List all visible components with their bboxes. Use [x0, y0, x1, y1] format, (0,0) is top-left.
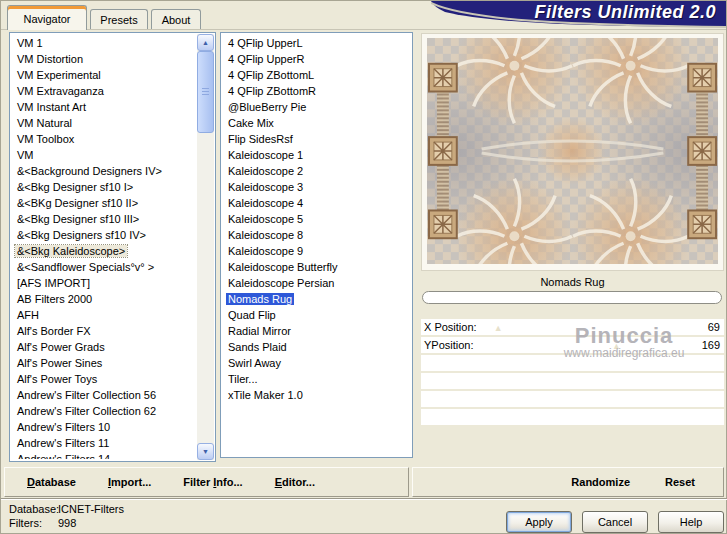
list-item-vm-extravaganza[interactable]: VM Extravaganza — [12, 83, 196, 99]
bottom-divider — [1, 498, 727, 500]
help-button[interactable]: Help — [658, 511, 724, 533]
filters-count-value: 998 — [58, 517, 76, 530]
list-item-flip-sidesrsf[interactable]: Flip SidesRsf — [223, 131, 410, 147]
list-item-cake-mix[interactable]: Cake Mix — [223, 115, 410, 131]
list-item-andrew-s-filter-collection-62[interactable]: Andrew's Filter Collection 62 — [12, 403, 196, 419]
list-item-sands-plaid[interactable]: Sands Plaid — [223, 339, 410, 355]
category-list[interactable]: VM 1VM DistortionVM ExperimentalVM Extra… — [9, 32, 216, 462]
list-item-kaleidoscope-9[interactable]: Kaleidoscope 9 — [223, 243, 410, 259]
list-item-ab-filters-2000[interactable]: AB Filters 2000 — [12, 291, 196, 307]
category-scrollbar[interactable]: ▲ ▼ — [197, 34, 214, 460]
list-item-afh[interactable]: AFH — [12, 307, 196, 323]
menu-randomize[interactable]: Randomize — [571, 476, 630, 488]
kaleidoscope-pattern — [427, 38, 718, 264]
list-item-bkg-kaleidoscope[interactable]: &<Bkg Kaleidoscope> — [12, 243, 196, 259]
database-value: ICNET-Filters — [58, 503, 124, 516]
preview-frame — [421, 33, 724, 271]
list-item-blueberry-pie[interactable]: @BlueBerry Pie — [223, 99, 410, 115]
scrollbar-thumb[interactable] — [197, 51, 214, 133]
list-item-vm-natural[interactable]: VM Natural — [12, 115, 196, 131]
tabstrip-divider — [1, 29, 726, 30]
list-item-andrew-s-filters-11[interactable]: Andrew's Filters 11 — [12, 435, 196, 451]
list-item-afs-import[interactable]: [AFS IMPORT] — [12, 275, 196, 291]
list-item-vm[interactable]: VM — [12, 147, 196, 163]
list-item-nomads-rug[interactable]: Nomads Rug — [223, 291, 410, 307]
tab-presets[interactable]: Presets — [90, 9, 148, 30]
list-item-bkg-designer-sf10-ii[interactable]: &<BKg Designer sf10 II> — [12, 195, 196, 211]
scrollbar-up-button[interactable]: ▲ — [197, 34, 214, 51]
menubar-left: DatabaseImport...Filter Info...Editor... — [4, 467, 409, 497]
cancel-button[interactable]: Cancel — [582, 511, 648, 533]
scrollbar-down-button[interactable]: ▼ — [197, 443, 214, 460]
tab-navigator[interactable]: Navigator — [7, 5, 87, 30]
param-row-empty — [421, 373, 724, 389]
list-item-vm-experimental[interactable]: VM Experimental — [12, 67, 196, 83]
list-item-kaleidoscope-butterfly[interactable]: Kaleidoscope Butterfly — [223, 259, 410, 275]
list-item-background-designers-iv[interactable]: &<Background Designers IV> — [12, 163, 196, 179]
list-item-kaleidoscope-1[interactable]: Kaleidoscope 1 — [223, 147, 410, 163]
selected-filter-caption: Nomads Rug — [421, 274, 724, 290]
list-item-bkg-designers-sf10-iv[interactable]: &<Bkg Designers sf10 IV> — [12, 227, 196, 243]
progress-bar — [422, 291, 722, 304]
list-item-vm-1[interactable]: VM 1 — [12, 35, 196, 51]
list-item-swirl-away[interactable]: Swirl Away — [223, 355, 410, 371]
list-item-bkg-designer-sf10-i[interactable]: &<Bkg Designer sf10 I> — [12, 179, 196, 195]
list-item-andrew-s-filters-14[interactable]: Andrew's Filters 14 — [12, 451, 196, 459]
param-row-empty — [421, 409, 724, 425]
list-item-alf-s-power-grads[interactable]: Alf's Power Grads — [12, 339, 196, 355]
list-item-alf-s-power-sines[interactable]: Alf's Power Sines — [12, 355, 196, 371]
list-item-4-qflip-zbottoml[interactable]: 4 QFlip ZBottomL — [223, 67, 410, 83]
param-row-yposition[interactable]: ▲YPosition:169 — [421, 337, 724, 353]
filter-list-items: 4 QFlip UpperL4 QFlip UpperR4 QFlip ZBot… — [223, 35, 410, 455]
database-label: Database: — [9, 503, 59, 516]
list-item-kaleidoscope-5[interactable]: Kaleidoscope 5 — [223, 211, 410, 227]
param-rows: ▲X Position:69▲YPosition:169 — [421, 319, 724, 427]
menu-database[interactable]: Database — [27, 476, 76, 488]
list-item-vm-toolbox[interactable]: VM Toolbox — [12, 131, 196, 147]
filters-unlimited-dialog: Navigator Presets About Filters Unlimite… — [0, 0, 727, 534]
list-item-alf-s-power-toys[interactable]: Alf's Power Toys — [12, 371, 196, 387]
app-title: Filters Unlimited 2.0 — [534, 2, 716, 23]
list-item-vm-distortion[interactable]: VM Distortion — [12, 51, 196, 67]
slider-marker-icon[interactable]: ▲ — [612, 338, 621, 354]
list-item-quad-flip[interactable]: Quad Flip — [223, 307, 410, 323]
list-item-kaleidoscope-persian[interactable]: Kaleidoscope Persian — [223, 275, 410, 291]
list-item-radial-mirror[interactable]: Radial Mirror — [223, 323, 410, 339]
menu-editor[interactable]: Editor... — [275, 476, 315, 488]
preview-image[interactable] — [427, 38, 718, 264]
list-item-alf-s-border-fx[interactable]: Alf's Border FX — [12, 323, 196, 339]
list-item-tiler[interactable]: Tiler... — [223, 371, 410, 387]
category-list-items: VM 1VM DistortionVM ExperimentalVM Extra… — [12, 35, 196, 459]
menu-import[interactable]: Import... — [108, 476, 151, 488]
menu-filter-info[interactable]: Filter Info... — [183, 476, 242, 488]
filter-list[interactable]: 4 QFlip UpperL4 QFlip UpperR4 QFlip ZBot… — [220, 32, 413, 458]
param-row-empty — [421, 355, 724, 371]
list-item-4-qflip-upperr[interactable]: 4 QFlip UpperR — [223, 51, 410, 67]
dialog-buttons: ApplyCancelHelp — [506, 511, 724, 533]
param-row-empty — [421, 391, 724, 407]
list-item-kaleidoscope-8[interactable]: Kaleidoscope 8 — [223, 227, 410, 243]
tab-about[interactable]: About — [151, 9, 201, 30]
list-item-xtile-maker-1-0[interactable]: xTile Maker 1.0 — [223, 387, 410, 403]
param-label: YPosition: — [424, 337, 474, 353]
app-title-banner: Filters Unlimited 2.0 — [431, 1, 726, 29]
list-item-andrew-s-filters-10[interactable]: Andrew's Filters 10 — [12, 419, 196, 435]
list-item-andrew-s-filter-collection-56[interactable]: Andrew's Filter Collection 56 — [12, 387, 196, 403]
list-item-vm-instant-art[interactable]: VM Instant Art — [12, 99, 196, 115]
list-item-sandflower-specials-v[interactable]: &<Sandflower Specials°v° > — [12, 259, 196, 275]
list-item-kaleidoscope-3[interactable]: Kaleidoscope 3 — [223, 179, 410, 195]
param-value: 169 — [702, 337, 720, 353]
menu-reset[interactable]: Reset — [665, 476, 695, 488]
filters-count-label: Filters: — [9, 517, 42, 530]
param-label: X Position: — [424, 319, 477, 335]
param-row-x-position[interactable]: ▲X Position:69 — [421, 319, 724, 335]
list-item-kaleidoscope-2[interactable]: Kaleidoscope 2 — [223, 163, 410, 179]
list-item-kaleidoscope-4[interactable]: Kaleidoscope 4 — [223, 195, 410, 211]
slider-marker-icon[interactable]: ▲ — [494, 320, 503, 336]
menubar-right: RandomizeReset — [412, 467, 724, 497]
list-item-4-qflip-upperl[interactable]: 4 QFlip UpperL — [223, 35, 410, 51]
list-item-bkg-designer-sf10-iii[interactable]: &<Bkg Designer sf10 III> — [12, 211, 196, 227]
list-item-4-qflip-zbottomr[interactable]: 4 QFlip ZBottomR — [223, 83, 410, 99]
apply-button[interactable]: Apply — [506, 511, 572, 533]
param-value: 69 — [708, 319, 720, 335]
